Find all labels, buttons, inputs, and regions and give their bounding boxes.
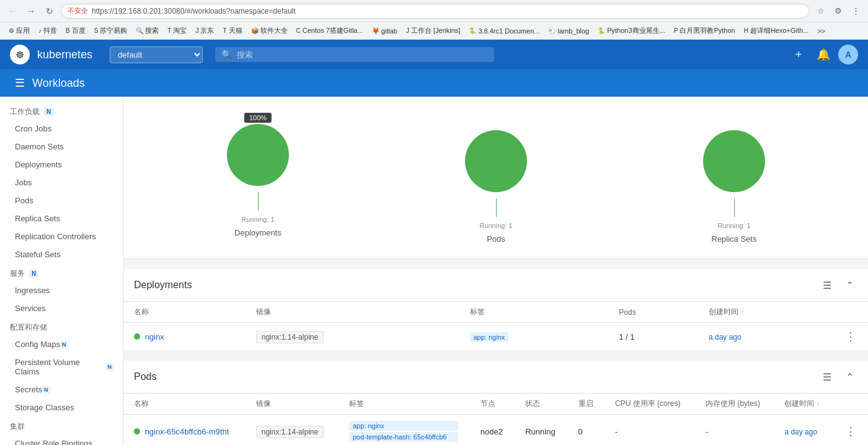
bell-button[interactable]: 🔔 [813,45,833,64]
bookmark-search[interactable]: 🔍搜索 [132,25,162,37]
th-time-deploy: 创建时间 ↑ [699,302,833,323]
sidebar-item-pvc[interactable]: Persistent Volume Claims N [0,353,123,381]
label-container-nginx-pod: app: nginx pod-template-hash: 65c4bffcb6 [349,421,461,442]
th-label-pods: 标签 [339,394,471,415]
bookmark-python-docs[interactable]: 🐍3.8.4rc1 Documen... [465,26,543,36]
bookmark-centos[interactable]: CCentos 7搭建Gitla... [293,25,367,37]
chart-line-pods [496,198,497,217]
bookmark-python3[interactable]: 🐍Python3商业尾生... [594,25,669,37]
sidebar-item-pods[interactable]: Pods [0,192,123,209]
bookmark-software[interactable]: 📦软件大全 [247,25,291,37]
search-input[interactable] [237,50,488,59]
deployments-filter-button[interactable]: ☰ [818,276,836,294]
sidebar-item-replica-sets[interactable]: Replica Sets [0,209,123,227]
chart-label-replica-sets: Replica Sets [712,234,757,244]
pods-filter-button[interactable]: ☰ [818,368,836,386]
td-image-nginx-deploy: nginx:1.14-alpine [246,323,460,351]
pods-collapse-button[interactable]: ⌃ [841,368,858,386]
th-cpu-pods: CPU 使用率 (cores) [605,394,696,415]
bookmark-jd[interactable]: J京东 [192,25,218,37]
bookmark-taobao[interactable]: T淘宝 [164,25,190,37]
sidebar-services-label: 服务 [10,268,25,279]
more-button-nginx-deploy[interactable]: ⋮ [843,329,858,344]
sidebar-item-cluster-role-bindings[interactable]: Cluster Role Bindings [0,434,123,445]
sidebar-item-storage-classes[interactable]: Storage Classes [0,399,123,416]
forward-button[interactable]: → [24,4,38,19]
sidebar-item-replication-controllers[interactable]: Replication Controllers [0,227,123,245]
bookmark-douyin[interactable]: ♪抖音 [35,25,61,37]
th-name-pods: 名称 [124,394,246,415]
sidebar-item-jobs[interactable]: Jobs [0,174,123,192]
back-button[interactable]: ← [5,4,20,19]
time-link-nginx-pod[interactable]: a day ago [784,428,817,436]
th-image-deploy: 镜像 [246,302,460,323]
td-more-nginx-pod: ⋮ [833,415,868,446]
sidebar-cluster-label: 集群 [10,421,25,432]
th-time-pods: 创建时间 ↑ [774,394,833,415]
sidebar-item-daemon-sets[interactable]: Daemon Sets [0,138,123,156]
sidebar-services-badge: N [29,270,39,278]
bookmark-hexo[interactable]: H超详细Hexo+Gith... [740,25,813,37]
chart-circle-deployments [227,124,289,186]
deployments-collapse-button[interactable]: ⌃ [841,276,858,294]
chart-running-deployments: Running: 1 [241,216,274,223]
sidebar-item-config-maps[interactable]: Config Maps N [0,335,123,353]
pods-section-header: Pods ☰ ⌃ [124,361,868,394]
avatar-button[interactable]: A [838,45,858,64]
add-button[interactable]: + [789,45,808,64]
namespace-select[interactable]: default [110,46,203,63]
link-nginx-pod[interactable]: nginx-65c4bffcb6-m9tht [145,427,229,436]
th-pods-deploy: Pods [609,302,699,323]
sidebar-item-deployments[interactable]: Deployments [0,156,123,174]
bookmark-suning[interactable]: S苏宁易购 [91,25,131,37]
sidebar-item-cron-jobs[interactable]: Cron Jobs [0,120,123,138]
hamburger-icon[interactable]: ☰ [15,76,25,90]
chart-label-deployments: Deployments [234,228,281,237]
sidebar-config-label: 配置和存储 [10,322,47,333]
td-name-nginx-pod: nginx-65c4bffcb6-m9tht [124,415,246,446]
sidebar-item-secrets[interactable]: Secrets N [0,381,123,399]
bookmark-baiyue[interactable]: P白月黑羽教Python [670,25,739,37]
td-memory-nginx-pod: - [696,415,774,446]
deployments-table: 名称 镜像 标签 Pods 创建时间 ↑ [124,302,868,351]
address-bar[interactable]: 不安全 https://192.168.0.201:30080/#/worklo… [61,4,810,19]
bookmark-gitlab[interactable]: 🦊gitlab [368,26,401,36]
menu-button[interactable]: ⋮ [848,4,863,19]
pods-table-header: 名称 镜像 标签 节点 状态 重启 CPU 使用率 (cores) 内存使用 (… [124,394,868,415]
deployments-table-section: Deployments ☰ ⌃ 名称 镜像 标签 Pods [124,269,868,351]
chart-circle-replica-sets [703,130,765,192]
chart-circle-pods [465,130,527,192]
td-label-nginx-pod: app: nginx pod-template-hash: 65c4bffcb6 [339,415,471,446]
sidebar-item-ingresses[interactable]: Ingresses [0,281,123,299]
bookmark-lamb[interactable]: 🐑lamb_blog [544,26,593,36]
bookmark-tianmao[interactable]: T天猫 [219,25,246,37]
time-link-nginx-deploy[interactable]: a day ago [709,333,742,341]
reload-button[interactable]: ↻ [42,4,57,19]
chart-pods: Running: 1 Pods [459,112,533,244]
sidebar-section-workloads: 工作负载 N [0,102,123,120]
td-time-nginx-deploy: a day ago [699,323,833,351]
link-nginx-deploy[interactable]: nginx [145,332,164,341]
k8s-title: kubernetes [37,48,92,61]
extension-button[interactable]: ⚙ [831,4,846,19]
pods-table: 名称 镜像 标签 节点 状态 重启 CPU 使用率 (cores) 内存使用 (… [124,394,868,445]
chart-label-pods: Pods [487,234,505,244]
bookmark-button[interactable]: ☆ [813,4,828,19]
bookmark-baidu[interactable]: B百度 [62,25,89,37]
bookmark-jenkins[interactable]: J工作台 [Jenkins] [402,25,464,37]
label-app-nginx-deploy: app: nginx [470,332,509,342]
status-dot-nginx-pod [134,428,140,434]
sidebar-item-stateful-sets[interactable]: Stateful Sets [0,245,123,263]
table-row-nginx-pod: nginx-65c4bffcb6-m9tht nginx:1.14-alpine… [124,415,868,446]
bookmark-more[interactable]: >> [813,26,829,36]
th-actions-pods [833,394,868,415]
td-node-nginx-pod: node2 [471,415,515,446]
content: 100% Running: 1 Deployments Running: 1 [124,97,868,445]
more-button-nginx-pod[interactable]: ⋮ [843,424,858,439]
status-dot-nginx-deploy [134,333,140,340]
search-bar: 🔍 [215,47,494,62]
bookmark-apps[interactable]: ⚙应用 [5,25,33,37]
sidebar-item-services[interactable]: Services [0,299,123,317]
pods-table-section: Pods ☰ ⌃ 名称 镜像 标签 节点 状态 重启 [124,361,868,445]
page-title: Workloads [32,77,85,90]
